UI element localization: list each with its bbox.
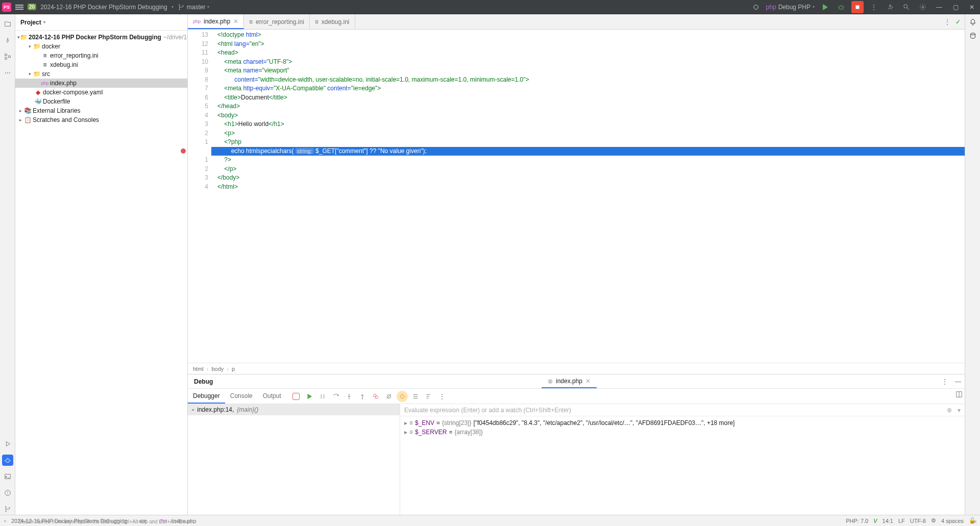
inspection-ok-icon[interactable]: ✓ [955, 18, 961, 26]
stack-frame[interactable]: ▫ index.php:14, {main}() [188, 404, 400, 415]
debug-panel: Debug ⬤ index.php ✕ ⋮ — Debugger Console… [188, 374, 965, 515]
php-file-icon: php [193, 19, 201, 24]
maximize-icon[interactable]: ▢ [949, 1, 962, 13]
tree-folder[interactable]: ▾📁 docker [15, 42, 187, 51]
editor-tab[interactable]: ≡ xdebug.ini [310, 14, 355, 29]
tree-folder[interactable]: ▾📁 src [15, 69, 187, 79]
debugger-subtab[interactable]: Debugger [188, 389, 225, 404]
vcs-branch[interactable]: master ▾ [178, 4, 210, 11]
variable-row[interactable]: ▸ ≡ $_SERVER = {array[38]} [404, 428, 961, 437]
editor-tab[interactable]: ≡ error_reporting.ini [244, 14, 310, 29]
tree-root[interactable]: ▾ 📁 2024-12-16 PHP Docker PhpStorm Debug… [15, 33, 187, 42]
editor[interactable]: 131211109876543211234 <!doctype html><ht… [188, 30, 965, 363]
tree-file[interactable]: ◆ docker-compose.yaml [15, 88, 187, 97]
view-breakpoints-button[interactable] [370, 391, 381, 402]
sort-button[interactable] [423, 391, 434, 402]
layout-button[interactable] [953, 389, 965, 400]
expand-icon[interactable]: ▾ [958, 407, 961, 414]
updates-icon[interactable] [750, 1, 762, 13]
more-icon[interactable]: ⋮ [868, 1, 880, 13]
status-project-icon[interactable]: ▫ [4, 518, 6, 524]
editor-tabs: php index.php ✕ ≡ error_reporting.ini ≡ … [188, 14, 965, 30]
project-tree[interactable]: ▾ 📁 2024-12-16 PHP Docker PhpStorm Debug… [15, 31, 187, 515]
pause-button[interactable] [317, 391, 328, 402]
code-with-me-icon[interactable] [884, 1, 896, 13]
stop-debug-button[interactable] [290, 391, 302, 402]
step-into-button[interactable] [344, 391, 355, 402]
more-tabs-icon[interactable]: ⋮ [944, 18, 950, 26]
chevron-down-icon[interactable]: ▾ [43, 20, 45, 24]
more-icon[interactable]: ⋮ [436, 391, 448, 402]
add-watch-icon[interactable]: ⊕ [947, 407, 952, 414]
file-icon: ≡ [41, 61, 49, 68]
close-tab-icon[interactable]: ✕ [233, 18, 238, 25]
project-panel: Project ▾ ▾ 📁 2024-12-16 PHP Docker PhpS… [15, 14, 188, 515]
services-tool-icon[interactable] [2, 438, 13, 449]
threads-button[interactable] [410, 391, 421, 402]
app-icon: PS [2, 3, 11, 12]
resume-button[interactable] [304, 391, 315, 402]
svg-point-3 [889, 5, 891, 7]
chevron-down-icon[interactable]: ▾ [172, 5, 174, 9]
output-subtab[interactable]: Output [258, 389, 286, 404]
tree-file[interactable]: 🐳 Dockerfile [15, 97, 187, 106]
expand-toggle-icon[interactable]: ▸ [404, 429, 407, 436]
structure-tool-icon[interactable] [2, 51, 13, 62]
tree-file[interactable]: ≡ error_reporting.ini [15, 51, 187, 60]
frame-file-icon: ▫ [192, 406, 194, 413]
stop-button[interactable] [851, 1, 864, 13]
debug-tab-session[interactable]: ⬤ index.php ✕ [542, 374, 597, 388]
minimize-icon[interactable]: — [933, 1, 945, 13]
svg-rect-7 [5, 54, 7, 56]
tree-external[interactable]: ▸📚 External Libraries [15, 106, 187, 115]
code-area[interactable]: <!doctype html><html lang="en"><head> <m… [211, 30, 965, 363]
gutter[interactable]: 131211109876543211234 [188, 30, 211, 363]
more-icon[interactable]: ⋮ [938, 374, 951, 388]
evaluate-input[interactable]: Evaluate expression (Enter) or add a wat… [400, 404, 965, 416]
console-subtab[interactable]: Console [225, 389, 258, 404]
commit-tool-icon[interactable] [2, 35, 13, 46]
variable-row[interactable]: ▸ ≡ $_ENV = {string[23]} ["f0454db86c29"… [404, 418, 961, 428]
svg-point-10 [6, 459, 9, 462]
more-tools-icon[interactable]: ⋯ [2, 67, 13, 79]
mute-breakpoints-button[interactable] [383, 391, 395, 402]
minimize-panel-icon[interactable]: — [951, 374, 965, 388]
var-icon: ≡ [409, 419, 413, 427]
run-button[interactable] [819, 1, 831, 13]
notifications-icon[interactable] [969, 18, 976, 27]
close-icon[interactable]: ✕ [966, 1, 978, 13]
ini-file-icon: ≡ [315, 18, 318, 26]
settings-icon[interactable] [917, 1, 929, 13]
breadcrumb-item[interactable]: p [232, 366, 235, 372]
tree-file[interactable]: ≡ xdebug.ini [15, 60, 187, 69]
tree-scratches[interactable]: ▸📋 Scratches and Consoles [15, 115, 187, 124]
project-name[interactable]: 2024-12-16 PHP Docker PhpStorm Debugging [40, 4, 167, 11]
debug-tab-main[interactable]: Debug [188, 374, 542, 388]
svg-point-6 [7, 39, 9, 41]
debug-button[interactable] [835, 1, 847, 13]
database-tool-icon[interactable] [969, 32, 976, 41]
main-menu-icon[interactable] [15, 3, 23, 11]
var-icon: ≡ [409, 429, 413, 436]
ini-file-icon: ≡ [249, 18, 253, 26]
step-over-button[interactable] [330, 391, 341, 402]
breadcrumb-item[interactable]: html [193, 366, 204, 372]
settings-button[interactable] [397, 391, 408, 402]
project-tool-icon[interactable] [2, 18, 13, 30]
breadcrumb-item[interactable]: body [211, 366, 224, 372]
debug-tool-icon[interactable] [2, 455, 13, 466]
run-config-selector[interactable]: php Debug PHP ▾ [766, 4, 815, 11]
close-hint-icon[interactable]: ✕ [973, 519, 977, 524]
terminal-tool-icon[interactable] [2, 471, 13, 482]
step-out-button[interactable] [357, 391, 368, 402]
editor-tab[interactable]: php index.php ✕ [188, 14, 244, 29]
expand-toggle-icon[interactable]: ▸ [404, 419, 407, 427]
search-icon[interactable] [900, 1, 913, 13]
frames-panel[interactable]: ▫ index.php:14, {main}() [188, 404, 400, 515]
tree-file-selected[interactable]: php index.php [15, 79, 187, 88]
problems-tool-icon[interactable] [2, 487, 13, 498]
vcs-tool-icon[interactable] [2, 504, 13, 515]
close-icon[interactable]: ✕ [585, 378, 591, 385]
folder-icon: 📁 [20, 34, 28, 41]
project-panel-header[interactable]: Project ▾ [15, 14, 187, 31]
